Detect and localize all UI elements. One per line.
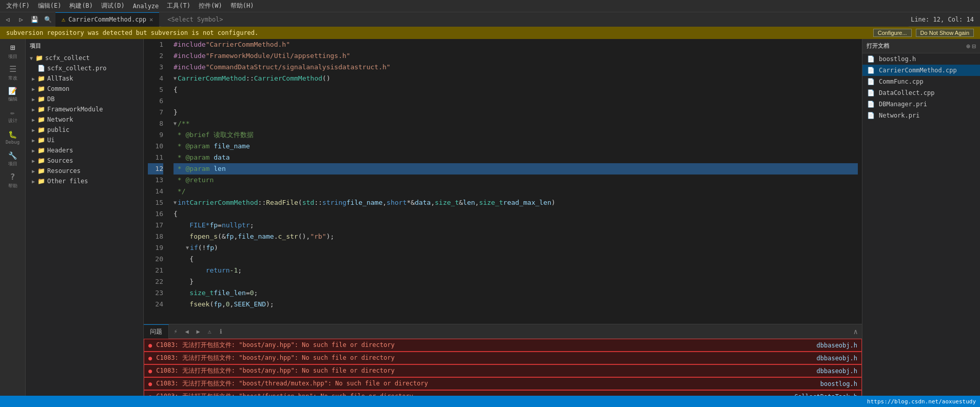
root-label: scfx_collect — [45, 54, 90, 62]
tree-item-ui[interactable]: ▶ 📁 Ui — [26, 135, 143, 145]
alltask-arrow-icon: ▶ — [30, 75, 37, 82]
file-icon-carrier: 📄 — [867, 66, 875, 74]
error-icon-2: ● — [148, 355, 152, 362]
code-line-24: fseek(fp, 0, SEEK_END); — [174, 299, 858, 310]
tree-item-other[interactable]: ▶ 📁 Other files — [26, 176, 143, 186]
headers-label: Headers — [47, 147, 73, 154]
error-file-1: dbbaseobj.h — [817, 342, 857, 349]
error-file-2: dbbaseobj.h — [817, 355, 857, 362]
svn-configure-btn[interactable]: Configure... — [873, 29, 912, 37]
toolbar-forward-btn[interactable]: ▷ — [15, 14, 27, 25]
toolbar-save-btn[interactable]: 💾 — [29, 14, 40, 25]
next-icon[interactable]: ▶ — [194, 327, 203, 336]
open-file-boostlog[interactable]: 📄 boostlog.h — [862, 53, 980, 65]
error-row-5[interactable]: ● C1083: 无法打开包括文件: "boost/function.hpp":… — [144, 390, 862, 396]
public-arrow-icon: ▶ — [30, 126, 37, 133]
icon-sidebar: ⊞ 项目 ☰ 常改 📝 编辑 ✏ 设计 🐛 Debug 🔧 项目 ? 帮助 — [0, 39, 26, 396]
sidebar-icon-folder[interactable]: 🔧 项目 — [3, 149, 23, 169]
code-line-3: #include "CommandDataStruct/signalanalys… — [174, 62, 858, 73]
common-label: Common — [47, 85, 69, 92]
problems-tab-label: 问题 — [150, 327, 162, 336]
bottom-tab-problems[interactable]: 问题 — [144, 324, 169, 339]
tree-item-framework[interactable]: ▶ 📁 FrameworkModule — [26, 104, 143, 114]
code-line-19: ▼if (!fp) — [174, 242, 858, 254]
open-files-collapse-btn[interactable]: ⊟ — [972, 43, 976, 50]
db-arrow-icon: ▶ — [30, 95, 37, 103]
error-list: ● C1083: 无法打开包括文件: "boost/any.hpp": No s… — [144, 339, 862, 396]
sidebar-icon-changes[interactable]: ☰ 常改 — [3, 63, 23, 83]
menu-help[interactable]: 帮助(H) — [226, 0, 258, 12]
svn-dont-show-btn[interactable]: Do Not Show Again — [916, 29, 974, 37]
warning-filter-icon[interactable]: ⚠ — [205, 327, 214, 336]
tree-item-alltask[interactable]: ▶ 📁 AllTask — [26, 73, 143, 84]
code-line-13: * @return — [174, 175, 858, 186]
sidebar-icon-design[interactable]: ✏ 设计 — [3, 106, 23, 126]
sources-folder-icon: 📁 — [37, 157, 45, 165]
prev-icon[interactable]: ◀ — [182, 327, 191, 336]
menu-edit[interactable]: 编辑(E) — [34, 0, 66, 12]
sidebar-icon-debug[interactable]: 🐛 Debug — [3, 127, 23, 148]
pro-arrow-icon — [30, 65, 37, 72]
sidebar-icon-help[interactable]: ? 帮助 — [3, 170, 23, 191]
filter-icon[interactable]: ⚡ — [171, 327, 180, 336]
tree-item-pro[interactable]: 📄 scfx_collect.pro — [26, 63, 143, 73]
code-line-21: return -1; — [174, 265, 858, 276]
tree-item-public[interactable]: ▶ 📁 public — [26, 125, 143, 135]
common-folder-icon: 📁 — [37, 85, 45, 93]
toolbar-back-btn[interactable]: ◁ — [2, 14, 13, 25]
tree-item-headers[interactable]: ▶ 📁 Headers — [26, 145, 143, 156]
error-text-4: C1083: 无法打开包括文件: "boost/thread/mutex.hpp… — [156, 379, 816, 388]
toolbar: ◁ ▷ 💾 🔍 ⚠ CarrierCommMethod.cpp ✕ <Selec… — [0, 12, 980, 27]
other-folder-icon: 📁 — [37, 177, 45, 185]
error-row-4[interactable]: ● C1083: 无法打开包括文件: "boost/thread/mutex.h… — [144, 377, 862, 390]
info-filter-icon[interactable]: ℹ — [216, 327, 225, 336]
error-row-2[interactable]: ● C1083: 无法打开包括文件: "boost/any.hpp": No s… — [144, 352, 862, 364]
menu-build[interactable]: 构建(B) — [65, 0, 97, 12]
code-content[interactable]: #include "CarrierCommMethod.h" #include … — [169, 39, 862, 324]
code-line-4: ▼CarrierCommMethod::CarrierCommMethod() — [174, 73, 858, 84]
code-line-15: ▼int CarrierCommMethod::ReadFile(std::st… — [174, 197, 858, 208]
sidebar-icon-edit[interactable]: 📝 编辑 — [3, 84, 23, 105]
tree-item-sources[interactable]: ▶ 📁 Sources — [26, 156, 143, 166]
code-line-9: * @brief 读取文件数据 — [174, 129, 858, 141]
toolbar-symbol-selector[interactable]: <Select Symbol> — [161, 12, 909, 27]
sidebar-icon-project[interactable]: ⊞ 项目 — [3, 41, 23, 62]
open-files-expand-btn[interactable]: ⊕ — [967, 43, 970, 50]
error-row-3[interactable]: ● C1083: 无法打开包括文件: "boost/any.hpp": No s… — [144, 364, 862, 377]
tree-item-resources[interactable]: ▶ 📁 Resources — [26, 166, 143, 176]
open-files-actions: ⊕ ⊟ — [967, 43, 976, 50]
code-editor[interactable]: 1 2 3 4 5 6 7 8 9 10 11 12 13 14 15 16 1… — [144, 39, 862, 324]
tree-item-common[interactable]: ▶ 📁 Common — [26, 84, 143, 94]
open-file-network[interactable]: 📄 Network.pri — [862, 110, 980, 121]
error-row-1[interactable]: ● C1083: 无法打开包括文件: "boost/any.hpp": No s… — [144, 339, 862, 352]
file-tree-sidebar: 项目 ▼ 📁 scfx_collect 📄 scfx_collect.pro ▶… — [26, 39, 144, 396]
file-icon-network: 📄 — [867, 111, 875, 120]
open-file-commfunc[interactable]: 📄 CommFunc.cpp — [862, 76, 980, 87]
network-folder-icon: 📁 — [37, 115, 45, 124]
headers-arrow-icon: ▶ — [30, 147, 37, 154]
menu-debug[interactable]: 调试(D) — [97, 0, 129, 12]
symbol-text: <Select Symbol> — [167, 16, 223, 23]
framework-arrow-icon: ▶ — [30, 106, 37, 113]
tree-root[interactable]: ▼ 📁 scfx_collect — [26, 53, 143, 63]
error-text-3: C1083: 无法打开包括文件: "boost/any.hpp": No suc… — [156, 366, 812, 375]
framework-folder-icon: 📁 — [37, 105, 45, 113]
public-label: public — [47, 126, 69, 133]
menu-tools[interactable]: 工具(T) — [163, 0, 195, 12]
error-text-2: C1083: 无法打开包括文件: "boost/any.hpp": No suc… — [156, 354, 812, 362]
tree-item-db[interactable]: ▶ 📁 DB — [26, 94, 143, 104]
tab-close-icon[interactable]: ✕ — [149, 16, 153, 23]
status-bar: https://blog.csdn.net/aoxuestudy — [0, 396, 980, 407]
error-icon-4: ● — [148, 380, 152, 387]
menu-file[interactable]: 文件(F) — [2, 0, 34, 12]
close-panel-btn[interactable]: ∧ — [854, 327, 858, 336]
open-file-dbmanager[interactable]: 📄 DBManager.pri — [862, 99, 980, 110]
toolbar-search-btn[interactable]: 🔍 — [42, 14, 53, 25]
svn-message: subversion repository was detected but s… — [6, 29, 258, 36]
open-file-datacollect[interactable]: 📄 DataCollect.cpp — [862, 87, 980, 99]
toolbar-file-tab[interactable]: ⚠ CarrierCommMethod.cpp ✕ — [55, 12, 159, 27]
open-file-carrier[interactable]: 📄 CarrierCommMethod.cpp — [862, 65, 980, 76]
tree-item-network[interactable]: ▶ 📁 Network — [26, 114, 143, 125]
menu-analyze[interactable]: Analyze — [129, 0, 163, 12]
menu-controls[interactable]: 控件(W) — [195, 0, 226, 12]
